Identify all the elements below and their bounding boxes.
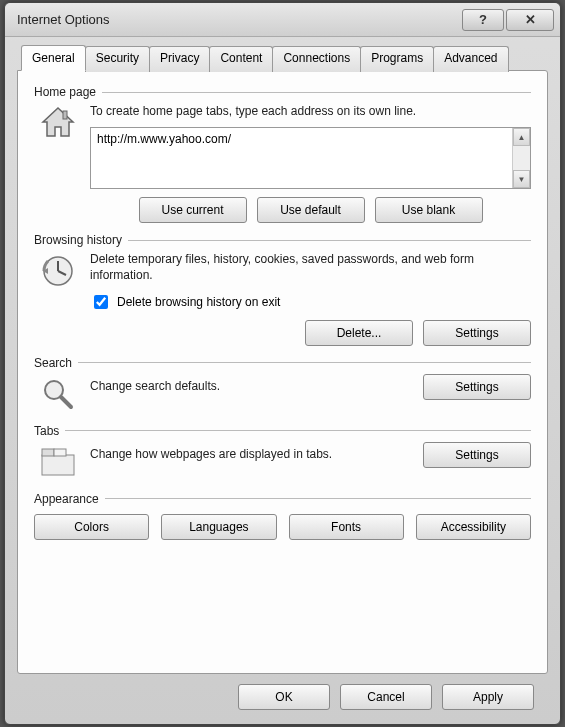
group-label-homepage: Home page bbox=[34, 85, 96, 99]
group-homepage: Home page To create home page tabs, type… bbox=[34, 85, 531, 223]
svg-rect-1 bbox=[63, 111, 67, 119]
divider bbox=[128, 240, 531, 241]
search-icon bbox=[38, 374, 78, 414]
home-icon bbox=[38, 103, 78, 143]
homepage-address-input[interactable] bbox=[91, 128, 512, 188]
group-appearance: Appearance Colors Languages Fonts Access… bbox=[34, 492, 531, 540]
fonts-button[interactable]: Fonts bbox=[289, 514, 404, 540]
homepage-desc: To create home page tabs, type each addr… bbox=[90, 103, 531, 119]
group-label-history: Browsing history bbox=[34, 233, 122, 247]
languages-button[interactable]: Languages bbox=[161, 514, 276, 540]
scroll-down-icon[interactable]: ▼ bbox=[513, 170, 530, 188]
tab-privacy[interactable]: Privacy bbox=[149, 46, 210, 72]
svg-rect-9 bbox=[42, 449, 54, 456]
search-desc: Change search defaults. bbox=[90, 378, 411, 394]
close-button[interactable]: ✕ bbox=[506, 9, 554, 31]
delete-on-exit-input[interactable] bbox=[94, 295, 108, 309]
tab-security[interactable]: Security bbox=[85, 46, 150, 72]
group-search: Search Change search defaults. Settings bbox=[34, 356, 531, 414]
divider bbox=[105, 498, 531, 499]
history-delete-button[interactable]: Delete... bbox=[305, 320, 413, 346]
tab-connections[interactable]: Connections bbox=[272, 46, 361, 72]
divider bbox=[78, 362, 531, 363]
tabs-desc: Change how webpages are displayed in tab… bbox=[90, 446, 411, 462]
delete-on-exit-label: Delete browsing history on exit bbox=[117, 295, 280, 309]
dialog-window: Internet Options ? ✕ General Security Pr… bbox=[4, 2, 561, 725]
svg-rect-8 bbox=[42, 455, 74, 475]
divider bbox=[102, 92, 531, 93]
scrollbar[interactable]: ▲ ▼ bbox=[512, 128, 530, 188]
tabs-settings-button[interactable]: Settings bbox=[423, 442, 531, 468]
group-label-appearance: Appearance bbox=[34, 492, 99, 506]
group-label-search: Search bbox=[34, 356, 72, 370]
use-blank-button[interactable]: Use blank bbox=[375, 197, 483, 223]
history-icon bbox=[38, 251, 78, 291]
tab-programs[interactable]: Programs bbox=[360, 46, 434, 72]
tabstrip: General Security Privacy Content Connect… bbox=[17, 45, 548, 71]
window-title: Internet Options bbox=[17, 12, 460, 27]
tabs-icon bbox=[38, 442, 78, 482]
help-button[interactable]: ? bbox=[462, 9, 504, 31]
search-settings-button[interactable]: Settings bbox=[423, 374, 531, 400]
tab-content[interactable]: Content bbox=[209, 46, 273, 72]
tab-general[interactable]: General bbox=[21, 45, 86, 71]
dialog-footer: OK Cancel Apply bbox=[17, 674, 548, 714]
client-area: General Security Privacy Content Connect… bbox=[5, 37, 560, 724]
group-label-tabs: Tabs bbox=[34, 424, 59, 438]
cancel-button[interactable]: Cancel bbox=[340, 684, 432, 710]
tab-panel-general: Home page To create home page tabs, type… bbox=[17, 70, 548, 674]
delete-on-exit-checkbox[interactable]: Delete browsing history on exit bbox=[90, 292, 531, 312]
use-current-button[interactable]: Use current bbox=[139, 197, 247, 223]
use-default-button[interactable]: Use default bbox=[257, 197, 365, 223]
group-tabs: Tabs Change how webpages are displayed i bbox=[34, 424, 531, 482]
tab-advanced[interactable]: Advanced bbox=[433, 46, 508, 72]
history-settings-button[interactable]: Settings bbox=[423, 320, 531, 346]
group-history: Browsing history Delete t bbox=[34, 233, 531, 345]
scroll-up-icon[interactable]: ▲ bbox=[513, 128, 530, 146]
colors-button[interactable]: Colors bbox=[34, 514, 149, 540]
apply-button[interactable]: Apply bbox=[442, 684, 534, 710]
titlebar[interactable]: Internet Options ? ✕ bbox=[5, 3, 560, 37]
svg-line-7 bbox=[61, 397, 71, 407]
homepage-address-box: ▲ ▼ bbox=[90, 127, 531, 189]
history-desc: Delete temporary files, history, cookies… bbox=[90, 251, 531, 283]
divider bbox=[65, 430, 531, 431]
accessibility-button[interactable]: Accessibility bbox=[416, 514, 531, 540]
ok-button[interactable]: OK bbox=[238, 684, 330, 710]
svg-rect-10 bbox=[54, 449, 66, 456]
svg-marker-0 bbox=[43, 108, 73, 136]
